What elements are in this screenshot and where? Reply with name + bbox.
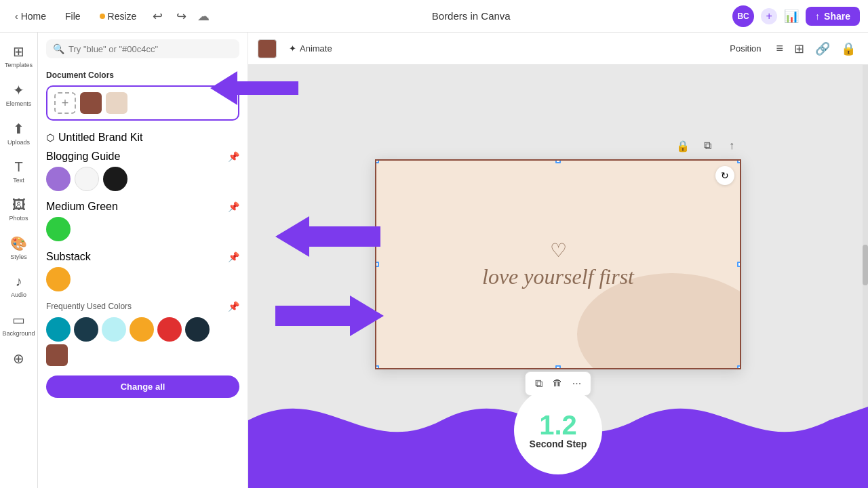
sel-handle-bc[interactable]: [555, 365, 561, 369]
pin-icon[interactable]: 📌: [228, 151, 239, 162]
blogging-guide-section: Blogging Guide 📌: [46, 150, 239, 191]
frequently-used-title: Frequently Used Colors 📌: [46, 301, 239, 312]
green-color-swatch[interactable]: [46, 217, 71, 241]
grid-icon-button[interactable]: ⊞: [791, 39, 807, 59]
sidebar-item-templates[interactable]: ⊞ Templates: [2, 38, 36, 74]
float-duplicate-button[interactable]: ⧉: [531, 375, 547, 392]
animate-label: Animate: [300, 43, 332, 54]
freq-color-3[interactable]: [102, 317, 126, 342]
change-all-button[interactable]: Change all: [46, 375, 239, 398]
sidebar-templates-label: Templates: [5, 62, 33, 68]
share-button[interactable]: ↑ Share: [806, 7, 860, 26]
sidebar-item-audio[interactable]: ♪ Audio: [2, 268, 36, 304]
sidebar-item-photos[interactable]: 🖼 Photos: [2, 192, 36, 227]
bottom-swatch-1[interactable]: [46, 344, 68, 366]
share-icon: ↑: [815, 11, 820, 22]
right-arrow-overlay: [275, 292, 384, 342]
sidebar-item-uploads[interactable]: ⬆ Uploads: [2, 115, 36, 151]
add-color-button[interactable]: +: [54, 92, 76, 114]
sidebar-item-more[interactable]: ⊕: [2, 345, 36, 372]
freq-color-2[interactable]: [74, 317, 98, 342]
lock-icon-button[interactable]: 🔒: [838, 39, 859, 59]
canvas-export-icon-button[interactable]: ↑: [722, 136, 741, 155]
sel-handle-tc[interactable]: [555, 159, 561, 163]
blogging-color-2[interactable]: [75, 167, 99, 191]
float-more-button[interactable]: ···: [568, 375, 585, 392]
freq-color-5[interactable]: [157, 317, 182, 342]
bottom-panel: ☰ Notes ⊞ ⛶ ?: [248, 464, 868, 488]
canvas-area: ✦ Animate Position ≡ ⊞ 🔗 🔒: [248, 33, 868, 488]
grid-view-button[interactable]: ⊞: [811, 468, 824, 485]
chevron-left-icon: ‹: [15, 11, 18, 22]
main-layout: ⊞ Templates ✦ Elements ⬆ Uploads T Text …: [0, 33, 868, 488]
resize-label: Resize: [108, 11, 137, 22]
refresh-canvas-button[interactable]: ↻: [715, 166, 734, 185]
sel-handle-tr[interactable]: [737, 159, 741, 163]
doc-color-swatch-1[interactable]: [80, 92, 102, 114]
templates-icon: ⊞: [13, 43, 24, 60]
search-input[interactable]: [68, 44, 233, 54]
more-apps-icon: ⊕: [13, 350, 24, 367]
animate-button[interactable]: ✦ Animate: [282, 41, 339, 56]
freq-pin-icon[interactable]: 📌: [228, 301, 239, 312]
substack-colors: [46, 267, 239, 291]
vertical-scrollbar[interactable]: [863, 65, 868, 464]
freq-color-4[interactable]: [130, 317, 154, 342]
elements-icon: ✦: [13, 82, 24, 98]
sel-handle-bl[interactable]: [375, 365, 379, 369]
sel-handle-tl[interactable]: [375, 159, 379, 163]
brand-kit-icon: ⬡: [46, 132, 54, 143]
blogging-color-3[interactable]: [103, 167, 127, 191]
canvas-content: ♡ love yourself first: [482, 239, 634, 289]
left-arrow-overlay: [275, 213, 384, 263]
sidebar-item-background[interactable]: ▭ Background: [2, 306, 36, 342]
redo-button[interactable]: ↪: [172, 6, 191, 26]
chart-icon[interactable]: 📊: [784, 9, 799, 24]
sel-handle-mr[interactable]: [737, 262, 741, 267]
freq-color-1[interactable]: [46, 317, 71, 342]
avatar[interactable]: BC: [732, 5, 754, 27]
substack-color-swatch[interactable]: [46, 267, 71, 291]
align-icon-button[interactable]: ≡: [773, 39, 786, 58]
medium-green-label: Medium Green: [46, 201, 118, 213]
sidebar-item-elements[interactable]: ✦ Elements: [2, 77, 36, 113]
link-icon-button[interactable]: 🔗: [812, 39, 833, 59]
brand-kit-header: ⬡ Untitled Brand Kit: [46, 131, 239, 144]
canvas-copy-icon-button[interactable]: ⧉: [698, 136, 717, 155]
resize-dot: [100, 14, 105, 19]
doc-color-swatch-2[interactable]: [106, 92, 127, 114]
sidebar-item-text[interactable]: T Text: [2, 154, 36, 189]
canvas-lock-icon-button[interactable]: 🔒: [673, 136, 692, 155]
notes-label: Notes: [275, 471, 298, 481]
blogging-color-1[interactable]: [46, 167, 71, 191]
sidebar-elements-label: Elements: [6, 100, 32, 107]
freq-color-6[interactable]: [185, 317, 210, 342]
panel-scroll: Document Colors + ⬡ Untitled Brand Kit B…: [38, 62, 248, 488]
file-button[interactable]: File: [58, 8, 87, 24]
cloud-icon: ☁: [197, 9, 210, 24]
audio-icon: ♪: [16, 274, 22, 289]
uploads-icon: ⬆: [13, 121, 24, 137]
fullscreen-button[interactable]: ⛶: [829, 468, 844, 484]
color-picker-button[interactable]: [258, 39, 277, 58]
resize-button[interactable]: Resize: [93, 8, 144, 24]
home-button[interactable]: ‹ Home: [8, 8, 53, 24]
substack-pin-icon[interactable]: 📌: [228, 251, 239, 262]
photos-icon: 🖼: [12, 197, 26, 213]
left-arrow: [210, 68, 248, 108]
sidebar-item-styles[interactable]: 🎨 Styles: [2, 230, 36, 266]
sidebar-background-label: Background: [2, 330, 35, 337]
undo-button[interactable]: ↩: [149, 6, 167, 26]
add-collaborator-button[interactable]: +: [761, 8, 777, 24]
medium-green-pin-icon[interactable]: 📌: [228, 201, 239, 212]
notes-button[interactable]: ☰ Notes: [258, 468, 303, 484]
sidebar-audio-label: Audio: [11, 291, 26, 298]
top-nav: ‹ Home File Resize ↩ ↪ ☁ Borders in Canv…: [0, 0, 868, 33]
design-canvas[interactable]: ♡ love yourself first ↻: [375, 159, 741, 369]
help-button[interactable]: ?: [849, 468, 859, 484]
substack-section: Substack 📌: [46, 251, 239, 291]
scrollbar-thumb[interactable]: [863, 245, 868, 285]
home-label: Home: [21, 11, 46, 22]
position-button[interactable]: Position: [723, 41, 768, 56]
float-delete-button[interactable]: 🗑: [548, 375, 567, 392]
